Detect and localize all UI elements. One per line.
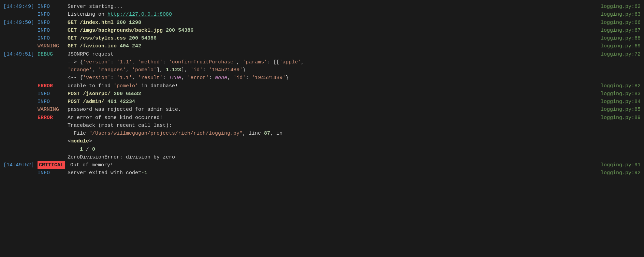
timestamp-spacer xyxy=(3,27,38,34)
timestamp-spacer xyxy=(3,146,38,153)
timestamp-spacer xyxy=(3,98,38,106)
timestamp-spacer xyxy=(3,66,38,74)
timestamp-spacer xyxy=(3,169,38,177)
log-level: WARNING xyxy=(38,106,65,114)
source-file: logging.py:66 xyxy=(589,19,641,27)
timestamp: [14:49:52] xyxy=(3,161,38,169)
log-link[interactable]: http://127.0.0.1:8080 xyxy=(107,12,172,17)
level-spacer xyxy=(38,74,65,82)
log-line: WARNING password was rejected for admin … xyxy=(0,106,644,114)
timestamp: [14:49:51] xyxy=(3,50,38,58)
source-file: logging.py:84 xyxy=(589,98,641,106)
timestamp-spacer xyxy=(3,130,38,137)
timestamp-spacer xyxy=(3,58,38,66)
log-line: 1 / 0 xyxy=(0,146,644,153)
timestamp-spacer xyxy=(3,153,38,161)
log-message: Out of memory! xyxy=(70,161,589,169)
timestamp-spacer xyxy=(3,122,38,130)
level-spacer xyxy=(38,122,65,130)
log-line: INFO Listening on http://127.0.0.1:8080 … xyxy=(0,11,644,18)
level-spacer xyxy=(38,58,65,66)
log-level: DEBUG xyxy=(38,50,65,58)
log-level: INFO xyxy=(38,3,65,11)
log-level: INFO xyxy=(38,98,65,106)
log-line: ERROR Unable to find 'pomelo' in databas… xyxy=(0,82,644,90)
log-level: CRITICAL xyxy=(38,161,65,169)
log-output: [14:49:49] INFO Server starting... loggi… xyxy=(0,3,644,257)
source-file: logging.py:89 xyxy=(589,114,641,122)
log-message: An error of some kind occurred! xyxy=(68,114,589,122)
log-message: GET /index.html 200 1298 xyxy=(68,19,589,27)
log-level: ERROR xyxy=(38,82,65,90)
log-line: INFO POST /jsonrpc/ 200 65532 logging.py… xyxy=(0,90,644,98)
timestamp-spacer xyxy=(3,82,38,90)
log-line: WARNING GET /favicon.ico 404 242 logging… xyxy=(0,42,644,50)
log-message: --> {'version': '1.1', 'method': 'confir… xyxy=(68,58,641,66)
log-line: Traceback (most recent call last): xyxy=(0,122,644,130)
source-file: logging.py:67 xyxy=(589,27,641,34)
timestamp: [14:49:49] xyxy=(3,3,38,11)
timestamp-spacer xyxy=(3,42,38,50)
level-spacer xyxy=(38,130,65,137)
log-message: GET /css/styles.css 200 54386 xyxy=(68,34,589,42)
timestamp-spacer xyxy=(3,106,38,114)
log-line: <-- {'version': '1.1', 'result': True, '… xyxy=(0,74,644,82)
log-message: JSONRPC request xyxy=(68,50,589,58)
log-message: Listening on http://127.0.0.1:8080 xyxy=(68,11,589,18)
log-message: <module> xyxy=(68,137,641,145)
timestamp-spacer xyxy=(3,114,38,122)
source-file: logging.py:83 xyxy=(589,90,641,98)
level-spacer xyxy=(38,66,65,74)
log-message: GET /favicon.ico 404 242 xyxy=(68,42,589,50)
source-file: logging.py:91 xyxy=(589,161,641,169)
log-message: <-- {'version': '1.1', 'result': True, '… xyxy=(68,74,641,82)
source-file: logging.py:62 xyxy=(589,3,641,11)
log-message: Traceback (most recent call last): xyxy=(68,122,641,130)
log-line: File "/Users/willmcgugan/projects/rich/r… xyxy=(0,130,644,137)
log-message: 'orange', 'mangoes', 'pomelo'], 1.123], … xyxy=(68,66,641,74)
log-level: INFO xyxy=(38,27,65,34)
log-line: 'orange', 'mangoes', 'pomelo'], 1.123], … xyxy=(0,66,644,74)
timestamp: [14:49:50] xyxy=(3,19,38,27)
log-message: Server starting... xyxy=(68,3,589,11)
log-message: POST /jsonrpc/ 200 65532 xyxy=(68,90,589,98)
log-level: WARNING xyxy=(38,42,65,50)
log-message: 1 / 0 xyxy=(68,146,641,153)
log-line: INFO Server exited with code=-1 logging.… xyxy=(0,169,644,177)
log-line: [14:49:52] CRITICAL Out of memory! loggi… xyxy=(0,161,644,169)
log-message: Unable to find 'pomelo' in database! xyxy=(68,82,589,90)
log-level: INFO xyxy=(38,19,65,27)
log-line: INFO GET /imgs/backgrounds/back1.jpg 200… xyxy=(0,27,644,34)
log-level: ERROR xyxy=(38,114,65,122)
log-level: INFO xyxy=(38,11,65,18)
source-file: logging.py:63 xyxy=(589,11,641,18)
log-message: ZeroDivisionError: division by zero xyxy=(68,153,641,161)
source-file: logging.py:82 xyxy=(589,82,641,90)
log-level: INFO xyxy=(38,90,65,98)
log-line: ERROR An error of some kind occurred! lo… xyxy=(0,114,644,122)
log-line: [14:49:49] INFO Server starting... loggi… xyxy=(0,3,644,11)
timestamp-spacer xyxy=(3,137,38,145)
source-file: logging.py:92 xyxy=(589,169,641,177)
log-message: GET /imgs/backgrounds/back1.jpg 200 5438… xyxy=(68,27,589,34)
log-line: --> {'version': '1.1', 'method': 'confir… xyxy=(0,58,644,66)
log-message: password was rejected for admin site. xyxy=(68,106,589,114)
timestamp-spacer xyxy=(3,34,38,42)
level-spacer xyxy=(38,153,65,161)
log-level: INFO xyxy=(38,34,65,42)
log-level: INFO xyxy=(38,169,65,177)
log-message: File "/Users/willmcgugan/projects/rich/r… xyxy=(68,130,641,137)
log-message: Server exited with code=-1 xyxy=(68,169,589,177)
log-line: <module> xyxy=(0,137,644,145)
log-line: [14:49:51] DEBUG JSONRPC request logging… xyxy=(0,50,644,58)
source-file: logging.py:68 xyxy=(589,34,641,42)
level-spacer xyxy=(38,137,65,145)
log-line: INFO POST /admin/ 401 42234 logging.py:8… xyxy=(0,98,644,106)
log-line: ZeroDivisionError: division by zero xyxy=(0,153,644,161)
source-file: logging.py:69 xyxy=(589,42,641,50)
source-file: logging.py:85 xyxy=(589,106,641,114)
timestamp-spacer xyxy=(3,11,38,18)
timestamp-spacer xyxy=(3,90,38,98)
log-message: POST /admin/ 401 42234 xyxy=(68,98,589,106)
log-line: INFO GET /css/styles.css 200 54386 loggi… xyxy=(0,34,644,42)
